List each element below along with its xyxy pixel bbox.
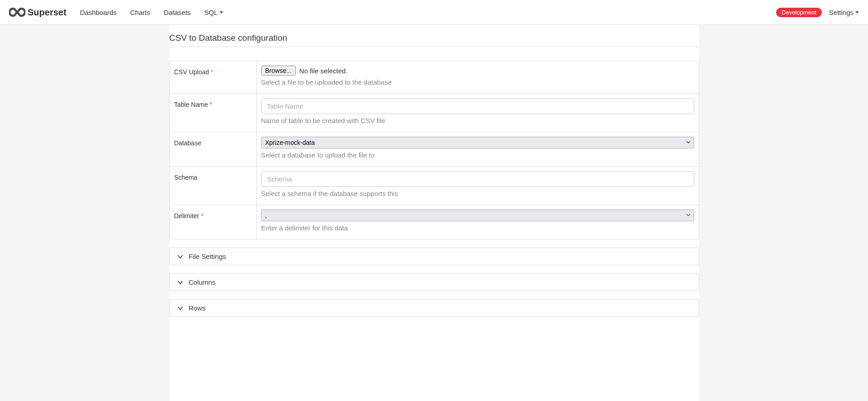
table-name-input[interactable] (261, 98, 694, 114)
chevron-down-icon (177, 253, 183, 260)
help-database: Select a database to upload the file to (261, 151, 694, 159)
nav-datasets[interactable]: Datasets (164, 9, 191, 16)
chevron-down-icon (177, 279, 183, 286)
row-database: Database Xprize-mock-data Select a datab… (170, 132, 699, 167)
accordion-header-columns[interactable]: Columns (170, 274, 699, 291)
nav-sql-label: SQL (204, 9, 218, 16)
delimiter-select[interactable]: , (261, 210, 694, 221)
help-table-name: Name of table to be created with CSV fil… (261, 117, 694, 124)
page-title: CSV to Database configuration (169, 33, 699, 47)
accordion-title-rows: Rows (189, 304, 206, 312)
nav-settings[interactable]: Settings (829, 9, 859, 16)
cell-schema: Select a schema if the database supports… (257, 167, 699, 205)
environment-badge: Development (776, 8, 822, 17)
navbar-right: Development Settings (776, 8, 859, 17)
help-delimiter: Enter a delimiter for this data (261, 224, 694, 232)
brand-text: Superset (28, 7, 67, 18)
label-csv-upload-text: CSV Upload (174, 68, 209, 76)
label-schema: Schema (170, 167, 257, 205)
database-select[interactable]: Xprize-mock-data (261, 137, 694, 148)
accordion-title-columns: Columns (189, 278, 216, 286)
row-delimiter: Delimiter * , Enter a delimiter for this… (170, 205, 699, 239)
accordion-header-rows[interactable]: Rows (170, 300, 699, 316)
accordion-file-settings: File Settings (169, 248, 699, 265)
form-table: CSV Upload * Browse... No file selected.… (169, 61, 699, 239)
cell-delimiter: , Enter a delimiter for this data (257, 205, 699, 239)
required-marker: * (210, 101, 212, 108)
row-table-name: Table Name * Name of table to be created… (170, 94, 699, 132)
page-content: CSV to Database configuration CSV Upload… (169, 25, 699, 401)
settings-label: Settings (829, 9, 854, 16)
nav-dashboards[interactable]: Dashboards (80, 9, 117, 16)
cell-csv-upload: Browse... No file selected. Select a fil… (257, 61, 699, 93)
accordion-rows: Rows (169, 299, 699, 317)
required-marker: * (211, 68, 213, 76)
help-schema: Select a schema if the database supports… (261, 190, 694, 197)
row-csv-upload: CSV Upload * Browse... No file selected.… (170, 61, 699, 94)
file-input-wrap: Browse... No file selected. (261, 66, 694, 76)
brand-logo[interactable]: Superset (9, 7, 67, 18)
schema-input[interactable] (261, 171, 694, 187)
label-delimiter-text: Delimiter (174, 212, 199, 220)
navbar: Superset Dashboards Charts Datasets SQL … (0, 0, 868, 25)
required-marker: * (201, 212, 203, 220)
label-table-name: Table Name * (170, 94, 257, 132)
cell-database: Xprize-mock-data Select a database to up… (257, 132, 699, 166)
caret-down-icon (220, 11, 223, 14)
infinity-icon (9, 8, 25, 17)
nav-charts[interactable]: Charts (130, 9, 150, 16)
accordion-title-file-settings: File Settings (189, 253, 226, 260)
label-csv-upload: CSV Upload * (170, 61, 257, 93)
database-select-wrap: Xprize-mock-data (261, 137, 694, 148)
label-delimiter: Delimiter * (170, 205, 257, 239)
label-database: Database (170, 132, 257, 166)
chevron-down-icon (177, 305, 183, 311)
navbar-left: Superset Dashboards Charts Datasets SQL (9, 7, 223, 18)
row-schema: Schema Select a schema if the database s… (170, 167, 699, 205)
browse-button[interactable]: Browse... (261, 66, 296, 76)
delimiter-select-wrap: , (261, 210, 694, 221)
nav-sql[interactable]: SQL (204, 9, 223, 16)
cell-table-name: Name of table to be created with CSV fil… (257, 94, 699, 132)
accordion-header-file-settings[interactable]: File Settings (170, 248, 699, 265)
label-table-name-text: Table Name (174, 101, 208, 108)
accordion-columns: Columns (169, 273, 699, 291)
caret-down-icon (855, 11, 859, 14)
help-csv-upload: Select a file to be uploaded to the data… (261, 78, 694, 86)
file-status-text: No file selected. (299, 67, 348, 75)
